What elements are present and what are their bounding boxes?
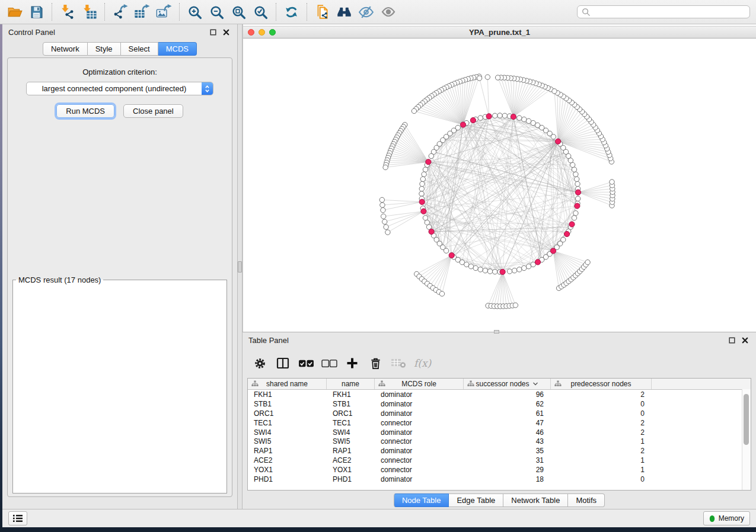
graph-node[interactable] [572, 216, 576, 220]
float-table-panel-button[interactable] [726, 335, 737, 346]
graph-node[interactable] [384, 225, 388, 229]
graph-node[interactable] [517, 116, 522, 120]
table-row[interactable]: PHD1PHD1dominator180 [248, 475, 751, 484]
graph-node[interactable] [473, 265, 478, 270]
cell-successor-nodes[interactable]: 47 [464, 419, 551, 427]
graph-node[interactable] [502, 113, 507, 118]
network-canvas[interactable] [243, 39, 756, 332]
hide-graphics-button[interactable] [355, 2, 377, 22]
table-row[interactable]: SWI4SWI4dominator462 [248, 428, 751, 437]
graph-node[interactable] [585, 260, 590, 265]
cell-predecessor-nodes[interactable]: 1 [551, 437, 652, 446]
tab-select[interactable]: Select [121, 42, 158, 56]
cell-shared-name[interactable]: ORC1 [248, 409, 327, 418]
table-row[interactable]: ACE2ACE2connector311 [248, 456, 751, 465]
table-row[interactable]: RAP1RAP1dominator352 [248, 446, 751, 456]
cell-predecessor-nodes[interactable]: 0 [551, 475, 652, 483]
column-header-shared-name[interactable]: shared name [248, 379, 327, 389]
graph-node[interactable] [477, 76, 481, 81]
close-table-panel-button[interactable] [739, 335, 750, 346]
zoom-in-button[interactable] [184, 2, 206, 22]
export-image-button[interactable] [153, 2, 175, 22]
refresh-layout-button[interactable] [280, 2, 302, 22]
run-mcds-button[interactable]: Run MCDS [56, 104, 114, 118]
graph-node[interactable] [420, 177, 425, 181]
graph-node[interactable] [573, 211, 578, 216]
cell-name[interactable]: STB1 [327, 400, 375, 408]
graph-hub-node[interactable] [426, 159, 431, 165]
cell-mcds-role[interactable]: connector [375, 437, 464, 446]
graph-hub-node[interactable] [575, 203, 580, 209]
cell-shared-name[interactable]: STB1 [248, 400, 327, 408]
graph-node[interactable] [382, 219, 387, 224]
graph-node[interactable] [575, 181, 580, 186]
cell-name[interactable]: SWI5 [327, 437, 375, 446]
cell-mcds-role[interactable]: dominator [375, 400, 464, 408]
delete-column-button[interactable] [366, 355, 384, 371]
zoom-selected-button[interactable] [250, 2, 272, 22]
search-input[interactable] [577, 5, 750, 18]
cell-name[interactable]: PHD1 [327, 475, 375, 483]
cell-mcds-role[interactable]: dominator [375, 409, 464, 418]
tab-motifs[interactable]: Motifs [568, 493, 605, 507]
graph-node[interactable] [526, 118, 531, 123]
table-settings-button[interactable] [251, 355, 269, 371]
table-row[interactable]: STB1STB1dominator620 [248, 399, 751, 409]
table-row[interactable]: TEC1TEC1connector472 [248, 418, 751, 428]
cell-mcds-role[interactable]: dominator [375, 447, 464, 455]
cell-shared-name[interactable]: ACE2 [248, 456, 327, 464]
show-columns-button[interactable] [274, 355, 292, 371]
cell-mcds-role[interactable]: dominator [375, 390, 464, 399]
graph-hub-node[interactable] [486, 114, 492, 119]
chevron-down-icon[interactable] [532, 382, 538, 386]
graph-node[interactable] [379, 197, 384, 202]
tab-node-table[interactable]: Node Table [394, 493, 449, 507]
table-row[interactable]: YOX1YOX1connector291 [248, 465, 751, 475]
cell-name[interactable]: YOX1 [327, 466, 375, 474]
cell-successor-nodes[interactable]: 35 [464, 447, 551, 455]
column-header-successor-nodes[interactable]: successor nodes [464, 379, 551, 389]
graph-node[interactable] [513, 303, 518, 307]
graph-node[interactable] [487, 269, 492, 274]
graph-node[interactable] [495, 75, 500, 80]
column-header-mcds-role[interactable]: MCDS role [375, 379, 464, 389]
open-session-button[interactable] [4, 2, 25, 22]
tab-mcds[interactable]: MCDS [158, 42, 197, 56]
graph-node[interactable] [429, 153, 433, 158]
graph-node[interactable] [493, 270, 497, 274]
graph-node[interactable] [493, 113, 497, 118]
tab-network[interactable]: Network [43, 42, 88, 56]
column-header-name[interactable]: name [327, 379, 375, 389]
cell-predecessor-nodes[interactable]: 2 [551, 390, 652, 399]
splitter-handle[interactable] [238, 261, 242, 273]
cell-successor-nodes[interactable]: 96 [464, 390, 551, 399]
cell-predecessor-nodes[interactable]: 1 [551, 466, 652, 474]
graph-hub-node[interactable] [419, 199, 425, 204]
graph-hub-node[interactable] [500, 269, 505, 274]
cell-shared-name[interactable]: PHD1 [248, 475, 327, 483]
graph-node[interactable] [419, 191, 424, 196]
cell-name[interactable]: ACE2 [327, 456, 375, 464]
graph-node[interactable] [383, 165, 388, 169]
cell-predecessor-nodes[interactable]: 1 [551, 456, 652, 464]
graph-node[interactable] [610, 180, 614, 184]
network-graph[interactable] [243, 39, 755, 332]
graph-node[interactable] [444, 248, 448, 253]
cell-name[interactable]: RAP1 [327, 447, 375, 455]
add-column-button[interactable] [343, 355, 361, 371]
table-scrollbar[interactable] [742, 389, 751, 490]
graph-node[interactable] [478, 116, 483, 120]
cell-shared-name[interactable]: SWI4 [248, 428, 327, 437]
graph-node[interactable] [576, 196, 580, 201]
clone-network-button[interactable] [311, 2, 333, 22]
cell-successor-nodes[interactable]: 18 [464, 475, 551, 483]
graph-node[interactable] [572, 167, 576, 172]
table-row[interactable]: ORC1ORC1dominator610 [248, 409, 751, 418]
cell-name[interactable]: FKH1 [327, 390, 375, 399]
import-network-button[interactable] [56, 2, 78, 22]
optimization-criterion-dropdown[interactable]: largest connected component (undirected) [26, 82, 213, 95]
tab-edge-table[interactable]: Edge Table [449, 493, 503, 507]
table-scrollbar-thumb[interactable] [744, 394, 749, 445]
cell-successor-nodes[interactable]: 62 [464, 400, 551, 408]
column-header-predecessor-nodes[interactable]: predecessor nodes [551, 379, 652, 389]
